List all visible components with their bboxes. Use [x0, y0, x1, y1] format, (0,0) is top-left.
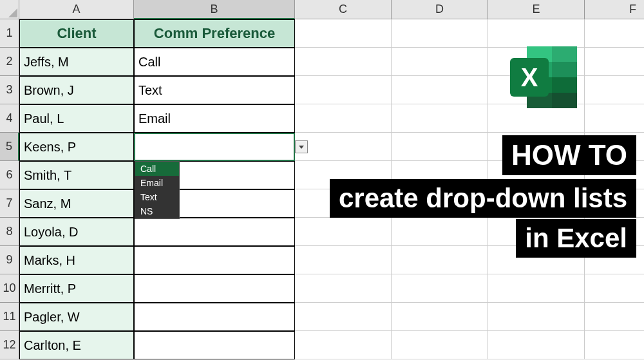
col-head-a[interactable]: A [19, 0, 134, 19]
cell-e1[interactable] [488, 19, 585, 48]
cell-a6[interactable]: Smith, T [19, 161, 134, 189]
cell-a2[interactable]: Jeffs, M [19, 48, 134, 76]
cell-c8[interactable] [295, 218, 392, 246]
dropdown-option-text[interactable]: Text [135, 190, 179, 204]
cell-c4[interactable] [295, 104, 392, 133]
cell-c3[interactable] [295, 76, 392, 104]
row-head-9[interactable]: 9 [0, 246, 19, 274]
cell-c2[interactable] [295, 48, 392, 76]
row-head-5[interactable]: 5 [0, 133, 19, 161]
cell-f4[interactable] [585, 104, 644, 133]
cell-b11[interactable] [134, 303, 295, 331]
dropdown-option-email[interactable]: Email [135, 176, 179, 190]
cell-a11[interactable]: Pagler, W [19, 303, 134, 331]
cell-d3[interactable] [392, 76, 488, 104]
excel-icon: X [509, 45, 580, 110]
cell-b12[interactable] [134, 331, 295, 359]
cell-d8[interactable] [392, 218, 488, 246]
dropdown-option-ns[interactable]: NS [135, 204, 179, 218]
cell-c1[interactable] [295, 19, 392, 48]
cell-f3[interactable] [585, 76, 644, 104]
row-head-12[interactable]: 12 [0, 331, 19, 359]
cell-b5[interactable] [134, 133, 295, 161]
cell-a5[interactable]: Keens, P [19, 133, 134, 161]
overlay-title-line1: HOW TO [502, 135, 636, 175]
cell-c10[interactable] [295, 274, 392, 303]
dropdown-list[interactable]: Call Email Text NS [135, 161, 180, 219]
cell-d1[interactable] [392, 19, 488, 48]
row-head-2[interactable]: 2 [0, 48, 19, 76]
cell-d4[interactable] [392, 104, 488, 133]
cell-f11[interactable] [585, 303, 644, 331]
overlay-title-line3: in Excel [516, 219, 636, 258]
cell-a9[interactable]: Marks, H [19, 246, 134, 274]
col-head-c[interactable]: C [295, 0, 392, 19]
cell-a7[interactable]: Sanz, M [19, 189, 134, 218]
cell-c11[interactable] [295, 303, 392, 331]
cell-c12[interactable] [295, 331, 392, 359]
cell-a10[interactable]: Merritt, P [19, 274, 134, 303]
cell-b4[interactable]: Email [134, 104, 295, 133]
cell-b10[interactable] [134, 274, 295, 303]
cell-b1[interactable]: Comm Preference [134, 19, 295, 48]
cell-c9[interactable] [295, 246, 392, 274]
cell-e11[interactable] [488, 303, 585, 331]
cell-d2[interactable] [392, 48, 488, 76]
row-head-6[interactable]: 6 [0, 161, 19, 189]
cell-b2[interactable]: Call [134, 48, 295, 76]
row-head-10[interactable]: 10 [0, 274, 19, 303]
cell-c5[interactable] [295, 133, 392, 161]
row-head-1[interactable]: 1 [0, 19, 19, 48]
select-all-corner[interactable] [0, 0, 19, 19]
svg-text:X: X [521, 63, 538, 91]
row-head-11[interactable]: 11 [0, 303, 19, 331]
cell-f10[interactable] [585, 274, 644, 303]
col-head-b[interactable]: B [134, 0, 295, 19]
row-head-3[interactable]: 3 [0, 76, 19, 104]
cell-d10[interactable] [392, 274, 488, 303]
cell-d12[interactable] [392, 331, 488, 359]
cell-b9[interactable] [134, 246, 295, 274]
cell-d5[interactable] [392, 133, 488, 161]
row-head-8[interactable]: 8 [0, 218, 19, 246]
cell-a8[interactable]: Loyola, D [19, 218, 134, 246]
cell-a1[interactable]: Client [19, 19, 134, 48]
svg-rect-5 [552, 46, 577, 108]
dropdown-option-call[interactable]: Call [135, 162, 179, 176]
cell-d11[interactable] [392, 303, 488, 331]
cell-a3[interactable]: Brown, J [19, 76, 134, 104]
row-head-4[interactable]: 4 [0, 104, 19, 133]
cell-a12[interactable]: Carlton, E [19, 331, 134, 359]
cell-f12[interactable] [585, 331, 644, 359]
cell-d9[interactable] [392, 246, 488, 274]
col-head-d[interactable]: D [392, 0, 488, 19]
col-head-f[interactable]: F [585, 0, 644, 19]
cell-b8[interactable] [134, 218, 295, 246]
cell-e10[interactable] [488, 274, 585, 303]
col-head-e[interactable]: E [488, 0, 585, 19]
cell-b3[interactable]: Text [134, 76, 295, 104]
row-head-7[interactable]: 7 [0, 189, 19, 218]
overlay-title-line2: create drop-down lists [330, 179, 636, 218]
cell-a4[interactable]: Paul, L [19, 104, 134, 133]
cell-f2[interactable] [585, 48, 644, 76]
cell-f1[interactable] [585, 19, 644, 48]
cell-e12[interactable] [488, 331, 585, 359]
dropdown-toggle-icon[interactable] [295, 140, 308, 153]
